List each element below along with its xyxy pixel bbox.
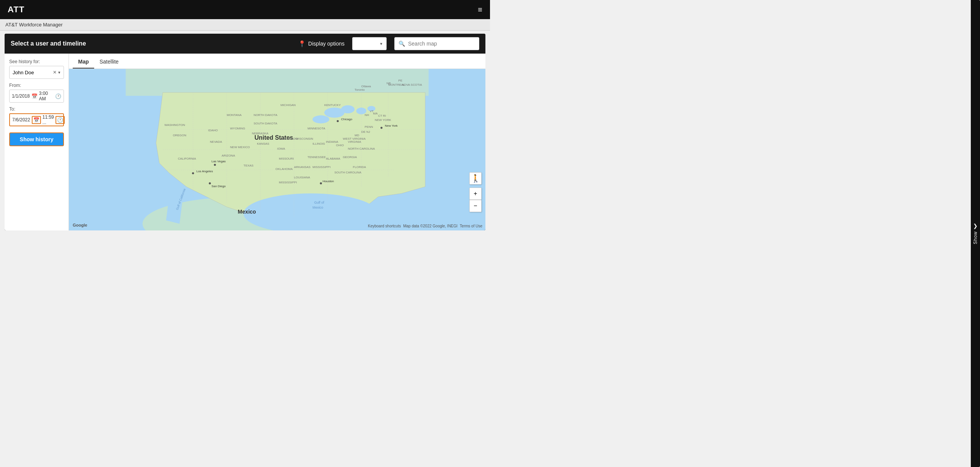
svg-text:NEW MEXICO: NEW MEXICO [230, 145, 250, 149]
svg-text:Houston: Houston [323, 180, 334, 183]
svg-text:COLORADO: COLORADO [281, 137, 298, 140]
svg-point-23 [381, 127, 382, 129]
map-background: United States Mexico Chicago New York Lo… [69, 69, 485, 230]
main-panel: Select a user and timeline 📍 Display opt… [5, 34, 485, 230]
svg-point-4 [341, 105, 354, 113]
svg-text:NEBRASKA: NEBRASKA [252, 132, 269, 135]
map-area: Map Satellite [69, 54, 485, 230]
to-calendar-icon[interactable]: 📅 [32, 116, 41, 124]
svg-text:NOVA SCOTIA: NOVA SCOTIA [402, 83, 422, 87]
map-container[interactable]: United States Mexico Chicago New York Lo… [69, 69, 485, 230]
svg-text:IDAHO: IDAHO [208, 129, 218, 132]
svg-text:OREGON: OREGON [173, 134, 186, 137]
svg-text:MISSISSIPPI: MISSISSIPPI [312, 165, 330, 169]
terms-of-use-link[interactable]: Terms of Use [460, 224, 482, 228]
svg-text:Toronto: Toronto [354, 88, 365, 91]
svg-text:Las Vegas: Las Vegas [212, 160, 226, 163]
user-chevron-icon[interactable]: ▾ [58, 70, 60, 75]
map-data-text: Map data ©2022 Google, INEGI [403, 224, 457, 228]
to-label: To: [9, 106, 64, 112]
svg-point-7 [312, 115, 329, 123]
tab-satellite[interactable]: Satellite [94, 56, 124, 69]
svg-text:Los Angeles: Los Angeles [196, 170, 213, 173]
search-map-box[interactable]: 🔍 [394, 37, 479, 50]
svg-point-31 [320, 182, 322, 184]
svg-text:MISSOURI: MISSOURI [279, 157, 294, 160]
svg-text:WISCONSIN: WISCONSIN [296, 137, 313, 140]
svg-text:OHIO: OHIO [336, 144, 344, 147]
svg-text:KANSAS: KANSAS [257, 142, 269, 145]
svg-text:ALABAMA: ALABAMA [326, 157, 340, 160]
svg-text:PENN: PENN [365, 125, 373, 129]
top-nav: ATT ≡ [0, 0, 490, 19]
keyboard-shortcuts-link[interactable]: Keyboard shortcuts [368, 224, 401, 228]
svg-text:MD: MD [354, 134, 359, 137]
sub-nav-label: AT&T Workforce Manager [5, 22, 63, 28]
person-icon: 🚶 [471, 174, 480, 183]
from-clock-icon[interactable]: 🕐 [55, 93, 61, 99]
see-history-section: See history for: John Doe ✕ ▾ [9, 59, 64, 79]
search-map-input[interactable] [408, 41, 475, 47]
svg-text:NEW YORK: NEW YORK [375, 118, 392, 122]
to-time-value: 11:59 ... [42, 114, 54, 125]
panel-header: Select a user and timeline 📍 Display opt… [5, 34, 485, 54]
from-calendar-icon[interactable]: 📅 [31, 93, 38, 99]
svg-point-25 [192, 172, 194, 174]
svg-text:MINNESOTA: MINNESOTA [307, 127, 325, 130]
main-content: Select a user and timeline 📍 Display opt… [0, 31, 490, 234]
svg-point-27 [209, 182, 211, 184]
street-view-button[interactable]: 🚶 [469, 172, 482, 185]
svg-text:OKLAHOMA: OKLAHOMA [276, 167, 293, 171]
svg-text:TENNESSEE: TENNESSEE [307, 155, 326, 159]
from-label: From: [9, 83, 64, 88]
to-date-row: 7/6/2022 📅 11:59 ... 🕐 [9, 113, 64, 126]
panel-body: See history for: John Doe ✕ ▾ From: 1/1/… [5, 54, 485, 230]
tab-map[interactable]: Map [73, 56, 94, 69]
svg-text:Gulf of: Gulf of [314, 201, 324, 204]
svg-text:FLORIDA: FLORIDA [353, 165, 366, 169]
svg-text:Mexico: Mexico [238, 209, 256, 215]
svg-text:San Diego: San Diego [212, 185, 226, 188]
svg-text:MICHIGAN: MICHIGAN [281, 103, 296, 107]
svg-text:DE NJ: DE NJ [361, 130, 370, 134]
user-select-dropdown[interactable]: John Doe ✕ ▾ [9, 66, 64, 79]
google-watermark: Google [73, 223, 87, 227]
svg-text:SOUTH CAROLINA: SOUTH CAROLINA [334, 171, 361, 174]
from-date-value: 1/1/2018 [12, 93, 30, 99]
svg-text:WYOMING: WYOMING [230, 127, 245, 130]
svg-text:MONTANA: MONTANA [227, 113, 242, 117]
svg-text:NH: NH [365, 113, 369, 117]
panel-title: Select a user and timeline [11, 40, 86, 47]
chevron-down-icon: ▾ [380, 41, 382, 46]
svg-text:WEST VIRGINIA: WEST VIRGINIA [343, 137, 366, 140]
show-history-button[interactable]: Show history [9, 132, 64, 146]
svg-text:ARIZONA: ARIZONA [222, 154, 235, 157]
svg-text:New York: New York [385, 124, 397, 127]
svg-text:CALIFORNIA: CALIFORNIA [178, 157, 196, 160]
all-filter-dropdown[interactable]: All ▾ [352, 37, 387, 50]
svg-text:Chicago: Chicago [341, 118, 353, 121]
zoom-out-button[interactable]: − [469, 200, 482, 212]
all-dropdown-value: All [356, 41, 362, 47]
hamburger-icon[interactable]: ≡ [478, 5, 482, 14]
clear-user-icon[interactable]: ✕ [53, 70, 57, 75]
svg-text:IOWA: IOWA [277, 147, 286, 150]
from-section: From: 1/1/2018 📅 3:00 AM 🕐 [9, 83, 64, 103]
svg-text:TEXAS: TEXAS [243, 164, 253, 167]
svg-text:ARKANSAS: ARKANSAS [294, 165, 310, 169]
zoom-plus-icon: + [474, 190, 477, 197]
svg-text:KENTUCKY: KENTUCKY [324, 103, 341, 107]
svg-text:GEORGIA: GEORGIA [343, 155, 357, 159]
svg-rect-1 [126, 69, 428, 96]
svg-text:NORTH DAKOTA: NORTH DAKOTA [253, 113, 278, 117]
svg-text:NEVADA: NEVADA [210, 140, 222, 144]
svg-text:INDIANA: INDIANA [326, 140, 338, 144]
svg-text:WASHINGTON: WASHINGTON [164, 123, 185, 127]
sub-nav: AT&T Workforce Manager [0, 19, 490, 31]
pin-icon: 📍 [298, 40, 306, 47]
left-sidebar: See history for: John Doe ✕ ▾ From: 1/1/… [5, 54, 69, 230]
to-clock-icon[interactable]: 🕐 [56, 116, 65, 124]
zoom-in-button[interactable]: + [469, 188, 482, 200]
display-options-button[interactable]: 📍 Display options [298, 40, 345, 47]
display-options-label: Display options [308, 41, 345, 47]
